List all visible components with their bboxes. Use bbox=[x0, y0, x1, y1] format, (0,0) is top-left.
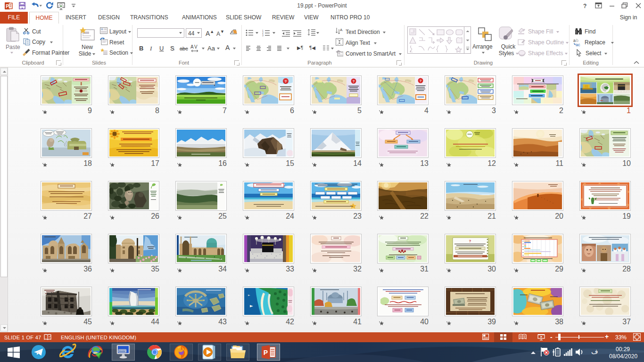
svg-text:A: A bbox=[190, 44, 194, 49]
svg-text:?: ? bbox=[285, 79, 287, 83]
svg-text:P: P bbox=[264, 349, 268, 356]
svg-text:A: A bbox=[231, 30, 233, 34]
svg-text:A: A bbox=[340, 28, 343, 32]
svg-text:?: ? bbox=[420, 79, 422, 83]
svg-text:P: P bbox=[6, 4, 9, 9]
svg-text:?: ? bbox=[469, 239, 471, 243]
svg-text:ac: ac bbox=[576, 42, 580, 47]
svg-text:3: 3 bbox=[262, 34, 264, 37]
svg-text:?: ? bbox=[353, 79, 355, 83]
svg-text:V: V bbox=[194, 44, 198, 49]
svg-text:?: ? bbox=[583, 3, 586, 9]
